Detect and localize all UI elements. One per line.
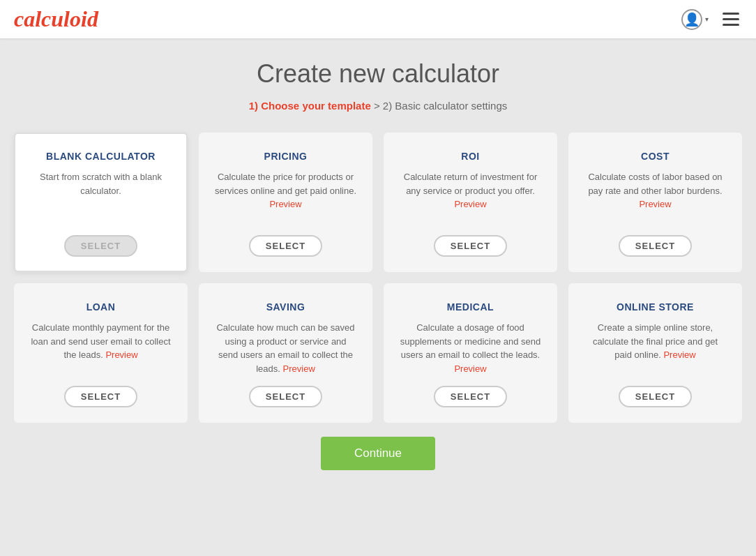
card-online-store-desc: Create a simple online store, calculate … [584, 321, 727, 376]
card-cost-desc: Calculate costs of labor based on pay ra… [584, 170, 727, 225]
site-header: calculoid 👤 ▾ [0, 0, 756, 38]
card-roi-desc: Calculate return of investment for any s… [399, 170, 542, 225]
select-online-store-button[interactable]: SELECT [619, 386, 692, 407]
card-saving-desc: Calculate how much can be saved using a … [214, 321, 357, 376]
continue-row: Continue [14, 437, 742, 491]
card-medical[interactable]: MEDICAL Calculate a dosage of food suppl… [384, 283, 557, 423]
select-roi-button[interactable]: SELECT [434, 235, 507, 257]
card-roi-title: ROI [461, 151, 479, 162]
cards-row-1: BLANK CALCULATOR Start from scratch with… [14, 133, 742, 272]
user-avatar-icon: 👤 [681, 9, 702, 30]
select-blank-button[interactable]: SELECT [64, 235, 137, 257]
roi-preview-link[interactable]: Preview [454, 199, 486, 209]
breadcrumb-step1: 1) Choose your template [249, 100, 371, 112]
hamburger-line [723, 13, 739, 15]
page-title: Create new calculator [14, 59, 742, 89]
hamburger-line [723, 18, 739, 20]
card-saving[interactable]: SAVING Calculate how much can be saved u… [199, 283, 372, 423]
card-cost-title: COST [641, 151, 670, 162]
card-loan-title: LOAN [86, 301, 116, 313]
card-pricing[interactable]: PRICING Calculate the price for products… [199, 133, 372, 272]
card-blank-desc: Start from scratch with a blank calculat… [29, 170, 172, 225]
hamburger-menu[interactable] [720, 10, 742, 29]
card-online-store-title: ONLINE STORE [617, 301, 694, 313]
breadcrumb: 1) Choose your template > 2) Basic calcu… [14, 100, 742, 112]
user-menu[interactable]: 👤 ▾ [681, 9, 709, 30]
select-cost-button[interactable]: SELECT [619, 235, 692, 257]
select-saving-button[interactable]: SELECT [249, 386, 322, 407]
card-medical-desc: Calculate a dosage of food supplements o… [399, 321, 542, 376]
card-medical-title: MEDICAL [447, 301, 494, 313]
card-online-store[interactable]: ONLINE STORE Create a simple online stor… [568, 283, 742, 423]
breadcrumb-step2: 2) Basic calculator settings [383, 100, 507, 112]
card-roi[interactable]: ROI Calculate return of investment for a… [384, 133, 557, 272]
user-dropdown-caret: ▾ [705, 15, 709, 23]
card-pricing-desc: Calculate the price for products or serv… [214, 170, 357, 225]
online-store-preview-link[interactable]: Preview [663, 350, 695, 360]
breadcrumb-sep: > [371, 100, 383, 112]
card-saving-title: SAVING [266, 301, 305, 313]
logo: calculoid [14, 6, 98, 32]
header-actions: 👤 ▾ [681, 9, 742, 30]
select-pricing-button[interactable]: SELECT [249, 235, 322, 257]
select-loan-button[interactable]: SELECT [64, 386, 137, 407]
main-content: Create new calculator 1) Choose your tem… [0, 38, 756, 519]
medical-preview-link[interactable]: Preview [454, 363, 486, 374]
saving-preview-link[interactable]: Preview [283, 363, 315, 374]
cost-preview-link[interactable]: Preview [639, 199, 671, 209]
loan-preview-link[interactable]: Preview [105, 350, 137, 360]
card-blank[interactable]: BLANK CALCULATOR Start from scratch with… [14, 133, 188, 272]
card-loan-desc: Calculate monthly payment for the loan a… [29, 321, 172, 376]
card-loan[interactable]: LOAN Calculate monthly payment for the l… [14, 283, 188, 423]
card-cost[interactable]: COST Calculate costs of labor based on p… [568, 133, 742, 272]
card-pricing-title: PRICING [264, 151, 308, 162]
hamburger-line [723, 24, 739, 26]
select-medical-button[interactable]: SELECT [434, 386, 507, 407]
pricing-preview-link[interactable]: Preview [269, 199, 301, 209]
card-blank-title: BLANK CALCULATOR [46, 151, 156, 162]
continue-button[interactable]: Continue [321, 437, 435, 470]
cards-row-2: LOAN Calculate monthly payment for the l… [14, 283, 742, 423]
